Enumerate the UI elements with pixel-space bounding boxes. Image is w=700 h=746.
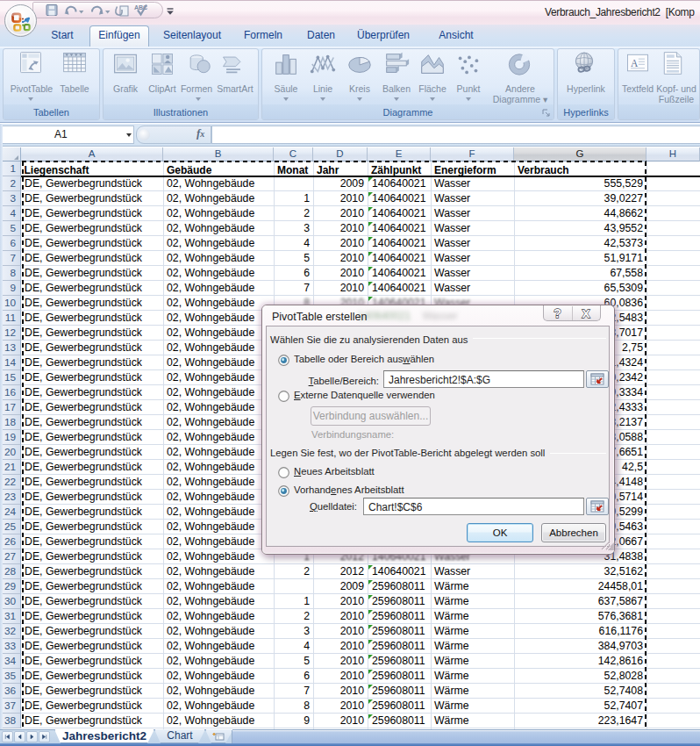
- svg-text:?: ?: [554, 306, 561, 320]
- svg-text:A: A: [631, 58, 639, 68]
- svg-text:X: X: [582, 307, 589, 320]
